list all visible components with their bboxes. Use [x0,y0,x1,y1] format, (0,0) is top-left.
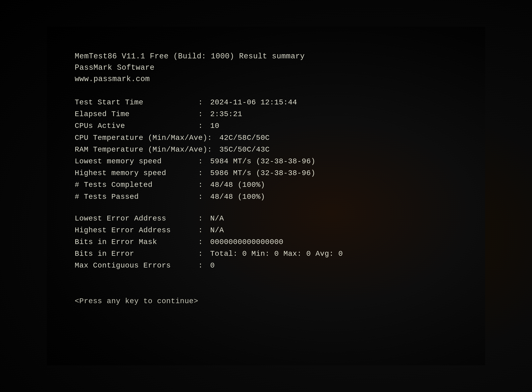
test-start-time-value: 2024-11-06 12:15:44 [210,97,297,108]
lowest-mem-speed-label: Lowest memory speed [75,156,198,167]
elapsed-time-value: 2:35:21 [210,108,242,120]
tests-passed-label: # Tests Passed [75,191,198,203]
colon-13: : [198,248,210,260]
elapsed-time-label: Elapsed Time [75,108,198,120]
colon-10: : [198,213,210,224]
error-section: Lowest Error Address : N/A Highest Error… [75,213,343,272]
bits-error-mask-row: Bits in Error Mask : 0000000000000000 [75,236,343,248]
colon-2: : [198,108,210,120]
header-line-3: www.passmark.com [75,73,343,85]
highest-error-addr-value: N/A [210,224,224,236]
bits-in-error-value: Total: 0 Min: 0 Max: 0 Avg: 0 [210,248,343,260]
max-contiguous-errors-row: Max Contiguous Errors : 0 [75,260,343,271]
cpus-active-value: 10 [210,120,219,132]
bits-in-error-label: Bits in Error [75,248,198,260]
colon-5: : [207,144,219,156]
header-section: MemTest86 V11.1 Free (Build: 1000) Resul… [75,51,343,85]
tests-passed-value: 48/48 (100%) [210,191,265,203]
colon-4: : [207,132,219,144]
highest-mem-speed-label: Highest memory speed [75,167,198,179]
colon-3: : [198,120,210,132]
ram-temp-value: 35C/50C/43C [219,144,270,156]
header-line-1: MemTest86 V11.1 Free (Build: 1000) Resul… [75,51,343,62]
header-line-2: PassMark Software [75,62,343,73]
test-start-time-row: Test Start Time : 2024-11-06 12:15:44 [75,97,343,108]
bits-in-error-row: Bits in Error : Total: 0 Min: 0 Max: 0 A… [75,248,343,260]
tests-passed-row: # Tests Passed : 48/48 (100%) [75,191,343,203]
press-any-key[interactable]: <Press any key to continue> [75,296,343,307]
lowest-error-addr-label: Lowest Error Address [75,213,198,224]
ram-temp-row: RAM Temperature (Min/Max/Ave) : 35C/50C/… [75,144,343,156]
lowest-error-addr-value: N/A [210,213,224,224]
cpu-temp-label: CPU Temperature (Min/Max/Ave) [75,132,207,144]
content-area: MemTest86 V11.1 Free (Build: 1000) Resul… [75,51,343,307]
highest-mem-speed-row: Highest memory speed : 5986 MT/s (32-38-… [75,167,343,179]
colon-6: : [198,156,210,167]
highest-error-addr-row: Highest Error Address : N/A [75,224,343,236]
test-start-time-label: Test Start Time [75,97,198,108]
bits-error-mask-value: 0000000000000000 [210,236,283,248]
tests-completed-value: 48/48 (100%) [210,179,265,191]
lowest-mem-speed-row: Lowest memory speed : 5984 MT/s (32-38-3… [75,156,343,167]
bits-error-mask-label: Bits in Error Mask [75,236,198,248]
max-contiguous-errors-value: 0 [210,260,215,271]
cpu-temp-row: CPU Temperature (Min/Max/Ave) : 42C/58C/… [75,132,343,144]
lowest-error-addr-row: Lowest Error Address : N/A [75,213,343,224]
elapsed-time-row: Elapsed Time : 2:35:21 [75,108,343,120]
highest-error-addr-label: Highest Error Address [75,224,198,236]
colon-1: : [198,97,210,108]
main-data-section: Test Start Time : 2024-11-06 12:15:44 El… [75,97,343,203]
colon-11: : [198,224,210,236]
colon-9: : [198,191,210,203]
colon-7: : [198,167,210,179]
highest-mem-speed-value: 5986 MT/s (32-38-38-96) [210,167,315,179]
cpus-active-label: CPUs Active [75,120,198,132]
colon-14: : [198,260,210,271]
lowest-mem-speed-value: 5984 MT/s (32-38-38-96) [210,156,315,167]
cpu-temp-value: 42C/58C/50C [219,132,270,144]
colon-12: : [198,236,210,248]
cpus-active-row: CPUs Active : 10 [75,120,343,132]
colon-8: : [198,179,210,191]
tests-completed-label: # Tests Completed [75,179,198,191]
tests-completed-row: # Tests Completed : 48/48 (100%) [75,179,343,191]
ram-temp-label: RAM Temperature (Min/Max/Ave) [75,144,207,156]
screen: MemTest86 V11.1 Free (Build: 1000) Resul… [47,27,485,365]
max-contiguous-errors-label: Max Contiguous Errors [75,260,198,271]
